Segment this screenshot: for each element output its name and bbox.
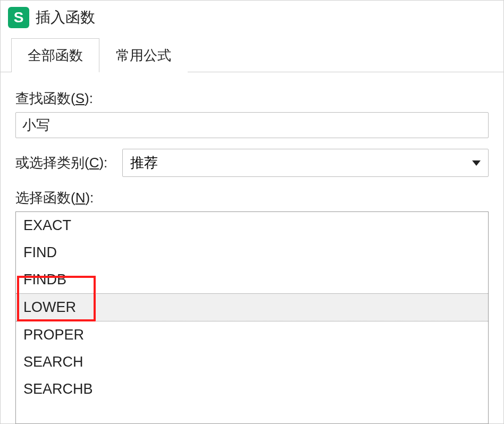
app-icon: S (8, 7, 29, 28)
search-label-suffix: ): (85, 90, 93, 106)
category-label-suffix: ): (99, 155, 107, 171)
category-selected-value: 推荐 (130, 154, 158, 172)
tab-common-formulas[interactable]: 常用公式 (99, 38, 188, 72)
category-select-wrap: 推荐 (122, 149, 489, 177)
function-listbox[interactable]: EXACT FIND FINDB LOWER PROPER SEARCH SEA… (15, 211, 489, 424)
list-item-selected[interactable]: LOWER (16, 293, 488, 321)
category-label: 或选择类别(C): (15, 154, 107, 172)
search-label-hotkey: S (75, 90, 85, 106)
category-label-hotkey: C (89, 155, 99, 171)
functions-label: 选择函数(N): (15, 189, 489, 207)
functions-label-hotkey: N (75, 190, 86, 206)
chevron-down-icon (472, 160, 481, 166)
tab-all-functions[interactable]: 全部函数 (11, 38, 99, 72)
dialog-content: 查找函数(S): 或选择类别(C): 推荐 选择函数(N): EXACT FIN… (1, 72, 503, 424)
window-title: 插入函数 (36, 7, 95, 28)
list-item[interactable]: PROPER (16, 321, 488, 349)
search-input[interactable] (15, 112, 489, 138)
category-select[interactable]: 推荐 (122, 149, 489, 177)
list-item[interactable]: SEARCH (16, 349, 488, 376)
functions-label-suffix: ): (85, 190, 94, 206)
list-item[interactable]: EXACT (16, 212, 488, 239)
tabbar: 全部函数 常用公式 (1, 38, 503, 72)
titlebar: S 插入函数 (1, 1, 503, 32)
list-item[interactable]: FIND (16, 239, 488, 266)
dialog-window: S 插入函数 全部函数 常用公式 查找函数(S): 或选择类别(C): 推荐 选… (0, 0, 504, 424)
search-label-prefix: 查找函数( (15, 90, 75, 106)
list-item[interactable]: FINDB (16, 266, 488, 293)
category-label-prefix: 或选择类别( (15, 155, 89, 171)
functions-label-prefix: 选择函数( (15, 190, 75, 206)
category-row: 或选择类别(C): 推荐 (15, 149, 489, 177)
list-item[interactable]: SEARCHB (16, 376, 488, 403)
search-label: 查找函数(S): (15, 89, 489, 108)
